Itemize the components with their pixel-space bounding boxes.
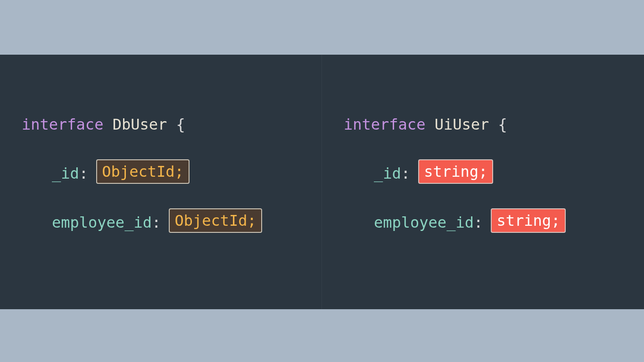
- type-chip-string: string;: [419, 160, 492, 183]
- prop-name: _id: [52, 165, 79, 182]
- keyword: interface: [344, 115, 425, 133]
- left-field-employee-id: employee_id: ObjectId;: [22, 210, 261, 235]
- right-code: interface UiUser { _id: string; employee…: [344, 88, 565, 309]
- prop-name: employee_id: [52, 214, 152, 231]
- left-pane: interface DbUser { _id: ObjectId; employ…: [0, 55, 322, 309]
- brace-open: {: [176, 115, 185, 133]
- left-field-name: name: string;: [22, 308, 261, 309]
- brace-open: {: [498, 115, 507, 133]
- code-comparison: interface DbUser { _id: ObjectId; employ…: [0, 55, 644, 309]
- left-field-id: _id: ObjectId;: [22, 161, 261, 186]
- type-chip-objectid: ObjectId;: [97, 160, 188, 183]
- right-typename: UiUser: [435, 115, 489, 133]
- type-chip-objectid: ObjectId;: [170, 209, 261, 232]
- right-field-name: name: string;: [344, 308, 565, 309]
- left-typename: DbUser: [113, 115, 167, 133]
- right-decl-line: interface UiUser {: [344, 112, 565, 137]
- right-field-employee-id: employee_id: string;: [344, 210, 565, 235]
- prop-name: _id: [374, 165, 401, 182]
- left-decl-line: interface DbUser {: [22, 112, 261, 137]
- blank-line: [22, 259, 261, 284]
- blank-line: [344, 259, 565, 284]
- right-field-id: _id: string;: [344, 161, 565, 186]
- left-code: interface DbUser { _id: ObjectId; employ…: [22, 88, 261, 309]
- type-chip-string: string;: [492, 209, 565, 232]
- right-pane: interface UiUser { _id: string; employee…: [322, 55, 644, 309]
- prop-name: employee_id: [374, 214, 474, 231]
- keyword: interface: [22, 115, 103, 133]
